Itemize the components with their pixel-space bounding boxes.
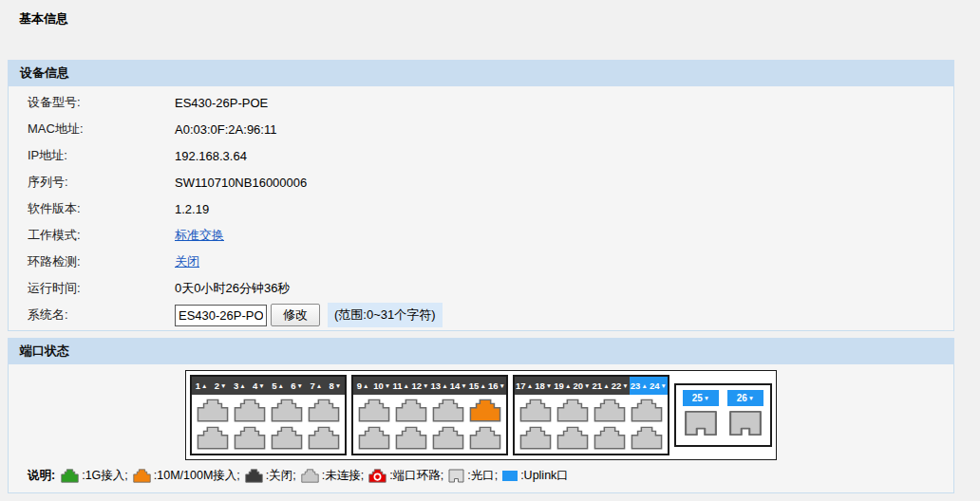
port-14-label: 14▼: [449, 377, 468, 395]
work-mode-label: 工作模式:: [9, 227, 175, 244]
port-11-rj45-icon: [395, 399, 427, 422]
device-model-label: 设备型号:: [9, 94, 175, 111]
port-26-label: 26▼: [727, 390, 763, 406]
loop-detection-link[interactable]: 关闭: [175, 253, 199, 270]
port-off-icon: [245, 469, 263, 483]
port-20-rj45-icon: [556, 426, 589, 450]
port-20-label: 20▼: [572, 377, 591, 395]
info-row-software-version: 软件版本:1.2.19: [9, 195, 953, 222]
modify-button[interactable]: 修改: [271, 304, 320, 326]
system-name-row: 系统名: 修改 (范围:0~31个字符): [9, 302, 953, 328]
device-info-header: 设备信息: [8, 60, 954, 86]
port-group-17-24: 17▲18▼19▲20▼21▲22▼23▲24▼: [513, 375, 669, 455]
port-21-label: 21▲: [592, 377, 611, 395]
uptime-value: 0天0小时26分钟36秒: [175, 280, 290, 297]
device-info-rows: 设备型号:ES430-26P-POEMAC地址:A0:03:0F:2A:96:1…: [9, 89, 953, 302]
legend-item: :10M/100M接入;: [133, 468, 240, 484]
legend-item-text: :Uplink口: [520, 468, 569, 484]
port-15-rj45-icon: [469, 399, 501, 422]
device-info-panel: 设备信息 设备型号:ES430-26P-POEMAC地址:A0:03:0F:2A…: [8, 60, 954, 331]
port-7-rj45-icon: [308, 399, 340, 422]
port-group-9-16: 9▲10▼11▲12▼13▲14▼15▲16▼: [351, 375, 508, 455]
port-13-rj45-icon: [432, 399, 464, 422]
port-12-rj45-icon: [395, 426, 427, 450]
sfp-port-26: 26▼: [727, 390, 763, 440]
port-group-1-8: 1▲2▼3▲4▼5▲6▼7▲8▼: [190, 375, 347, 455]
legend-item: :端口环路;: [368, 468, 443, 484]
port-23-rj45-icon: [631, 399, 663, 422]
fiber-port-icon: [448, 469, 464, 483]
device-model-value: ES430-26P-POE: [175, 96, 268, 110]
serial-number-value: SW110710NB16000006: [175, 176, 307, 190]
port-23-label: 23▲: [630, 377, 649, 395]
port-status-header: 端口状态: [8, 338, 954, 364]
legend-item-text: :1G接入;: [82, 468, 128, 484]
port-18-label: 18▼: [534, 377, 553, 395]
uptime-label: 运行时间:: [9, 280, 175, 297]
port-9-label: 9▲: [353, 377, 372, 395]
port-legend: 说明: :1G接入;:10M/100M接入;:关闭;:未连接;:端口环路;:光口…: [9, 460, 953, 492]
port-21-rj45-icon: [594, 399, 626, 422]
mac-address-value: A0:03:0F:2A:96:11: [175, 122, 276, 137]
legend-title: 说明:: [28, 468, 55, 484]
software-version-value: 1.2.19: [175, 202, 209, 216]
mac-address-label: MAC地址:: [9, 121, 175, 138]
port-disconnected-icon: [301, 469, 319, 483]
port-group-17-24-header: 17▲18▼19▲20▼21▲22▼23▲24▼: [515, 377, 668, 395]
port-3-rj45-icon: [234, 399, 266, 422]
port-18-rj45-icon: [519, 426, 552, 450]
info-row-serial-number: 序列号:SW110710NB16000006: [9, 169, 953, 195]
port-group-9-16-header: 9▲10▼11▲12▼13▲14▼15▲16▼: [353, 377, 506, 395]
system-name-hint: (范围:0~31个字符): [328, 303, 443, 327]
ip-address-label: IP地址:: [9, 147, 175, 164]
legend-item: :Uplink口: [502, 468, 569, 484]
port-5-label: 5▲: [269, 377, 288, 395]
legend-item-text: :未连接;: [322, 468, 364, 484]
info-row-uptime: 运行时间:0天0小时26分钟36秒: [9, 275, 953, 302]
port-22-label: 22▼: [611, 377, 630, 395]
port-4-label: 4▼: [249, 377, 268, 395]
info-row-ip-address: IP地址:192.168.3.64: [9, 142, 953, 169]
port-3-label: 3▲: [230, 377, 249, 395]
port-4-rj45-icon: [234, 426, 266, 450]
port-1-label: 1▲: [192, 377, 211, 395]
port-7-label: 7▲: [307, 377, 326, 395]
loop-detection-label: 环路检测:: [9, 253, 175, 270]
port-15-label: 15▲: [468, 377, 487, 395]
loop-detection-value: 关闭: [175, 253, 199, 270]
port-group-17-24-ports: [515, 395, 668, 454]
port-6-label: 6▼: [288, 377, 307, 395]
port-6-rj45-icon: [271, 426, 303, 450]
legend-item-text: :关闭;: [266, 468, 296, 484]
port-10-rj45-icon: [358, 426, 390, 450]
port-22-rj45-icon: [594, 426, 626, 450]
sfp-port-25: 25▼: [683, 390, 719, 440]
port-19-rj45-icon: [556, 399, 589, 422]
port-2-label: 2▼: [211, 377, 230, 395]
port-group-1-8-header: 1▲2▼3▲4▼5▲6▼7▲8▼: [192, 377, 345, 395]
port-10-label: 10▼: [372, 377, 391, 395]
port-status-panel: 端口状态 1▲2▼3▲4▼5▲6▼7▲8▼9▲10▼11▲12▼13▲14▼15…: [8, 338, 954, 493]
port-11-label: 11▲: [391, 377, 410, 395]
page-title: 基本信息: [0, 0, 980, 28]
port-16-rj45-icon: [469, 426, 501, 450]
port-17-label: 17▲: [515, 377, 534, 395]
legend-item: :关闭;: [245, 468, 296, 484]
port-1g-icon: [61, 469, 79, 483]
port-loop-icon: [368, 469, 386, 483]
uplink-port-icon: [502, 471, 518, 481]
info-row-mac-address: MAC地址:A0:03:0F:2A:96:11: [9, 116, 953, 142]
serial-number-label: 序列号:: [9, 174, 175, 191]
port-26-sfp-icon: [728, 410, 763, 440]
legend-item-text: :光口;: [467, 468, 498, 484]
info-row-work-mode: 工作模式:标准交换: [9, 222, 953, 249]
port-9-rj45-icon: [358, 399, 390, 422]
port-100m-icon: [133, 469, 151, 483]
work-mode-link[interactable]: 标准交换: [175, 227, 224, 244]
system-name-input[interactable]: [175, 305, 267, 326]
port-24-rj45-icon: [631, 426, 663, 450]
port-8-label: 8▼: [326, 377, 345, 395]
legend-item: :未连接;: [301, 468, 364, 484]
legend-item: :光口;: [448, 468, 498, 484]
info-row-loop-detection: 环路检测:关闭: [9, 249, 953, 275]
